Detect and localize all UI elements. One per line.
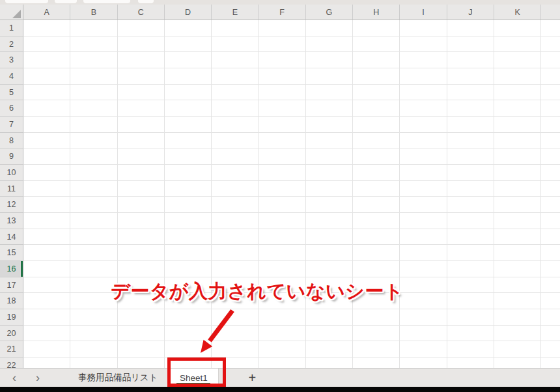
cell-A14[interactable] — [23, 229, 70, 245]
cell-B20[interactable] — [70, 326, 117, 342]
cell-F10[interactable] — [259, 165, 305, 181]
cell-partial-19[interactable] — [541, 309, 560, 326]
row-header-2[interactable]: 2 — [0, 36, 23, 53]
cell-H14[interactable] — [353, 229, 400, 245]
row-header-13[interactable]: 13 — [0, 213, 23, 229]
cell-I8[interactable] — [400, 133, 447, 149]
cell-A6[interactable] — [23, 100, 70, 117]
cell-F22[interactable] — [259, 357, 305, 368]
cell-E8[interactable] — [212, 133, 259, 149]
cell-partial-12[interactable] — [541, 197, 560, 213]
row-header-17[interactable]: 17 — [0, 277, 23, 294]
cell-A17[interactable] — [23, 277, 70, 294]
cell-D8[interactable] — [165, 133, 212, 149]
cell-A19[interactable] — [23, 309, 70, 326]
cell-C2[interactable] — [118, 36, 165, 53]
cell-K3[interactable] — [494, 52, 541, 68]
cell-I10[interactable] — [400, 165, 447, 181]
cell-D20[interactable] — [165, 326, 212, 342]
cell-E3[interactable] — [212, 52, 259, 68]
cell-E19[interactable] — [212, 309, 259, 326]
column-header-J[interactable]: J — [447, 5, 494, 20]
cell-D15[interactable] — [165, 245, 212, 261]
column-header-B[interactable]: B — [70, 5, 117, 20]
cell-F11[interactable] — [259, 181, 305, 197]
cell-D13[interactable] — [165, 213, 212, 229]
cell-D1[interactable] — [165, 20, 212, 36]
cell-partial-14[interactable] — [541, 229, 560, 245]
cell-A3[interactable] — [23, 52, 70, 68]
cell-F7[interactable] — [259, 117, 305, 133]
cell-I5[interactable] — [400, 85, 447, 101]
cell-F15[interactable] — [259, 245, 305, 261]
cell-B13[interactable] — [70, 213, 117, 229]
cell-K13[interactable] — [494, 213, 541, 229]
cell-C14[interactable] — [118, 229, 165, 245]
cell-K5[interactable] — [494, 85, 541, 101]
cell-H15[interactable] — [353, 245, 400, 261]
cell-D16[interactable] — [165, 261, 212, 277]
column-header-H[interactable]: H — [353, 5, 400, 20]
cell-C19[interactable] — [118, 309, 165, 326]
cell-I19[interactable] — [400, 309, 447, 326]
cell-J8[interactable] — [447, 133, 494, 149]
cell-F20[interactable] — [259, 326, 305, 342]
cell-G4[interactable] — [306, 68, 353, 85]
cell-J5[interactable] — [447, 85, 494, 101]
cell-A13[interactable] — [23, 213, 70, 229]
cell-E7[interactable] — [212, 117, 259, 133]
cell-K8[interactable] — [494, 133, 541, 149]
cell-J7[interactable] — [447, 117, 494, 133]
cell-G21[interactable] — [306, 341, 353, 357]
cell-F4[interactable] — [259, 68, 305, 85]
row-header-3[interactable]: 3 — [0, 52, 23, 68]
cell-C16[interactable] — [118, 261, 165, 277]
cell-A11[interactable] — [23, 181, 70, 197]
cell-F19[interactable] — [259, 309, 305, 326]
cell-G14[interactable] — [306, 229, 353, 245]
column-header-G[interactable]: G — [306, 5, 353, 20]
cell-H4[interactable] — [353, 68, 400, 85]
cell-partial-3[interactable] — [541, 52, 560, 68]
cell-E20[interactable] — [212, 326, 259, 342]
column-header-D[interactable]: D — [165, 5, 212, 20]
cell-K10[interactable] — [494, 165, 541, 181]
cell-partial-17[interactable] — [541, 277, 560, 294]
cell-F12[interactable] — [259, 197, 305, 213]
cell-I22[interactable] — [400, 357, 447, 368]
cell-B15[interactable] — [70, 245, 117, 261]
cell-J16[interactable] — [447, 261, 494, 277]
cell-I20[interactable] — [400, 326, 447, 342]
cell-G5[interactable] — [306, 85, 353, 101]
cell-E4[interactable] — [212, 68, 259, 85]
cell-partial-15[interactable] — [541, 245, 560, 261]
cell-J14[interactable] — [447, 229, 494, 245]
row-header-20[interactable]: 20 — [0, 326, 23, 342]
cell-H5[interactable] — [353, 85, 400, 101]
cell-I16[interactable] — [400, 261, 447, 277]
cell-D4[interactable] — [165, 68, 212, 85]
cell-D7[interactable] — [165, 117, 212, 133]
cell-D12[interactable] — [165, 197, 212, 213]
cell-H13[interactable] — [353, 213, 400, 229]
cell-H3[interactable] — [353, 52, 400, 68]
cell-J20[interactable] — [447, 326, 494, 342]
cell-I4[interactable] — [400, 68, 447, 85]
row-header-4[interactable]: 4 — [0, 68, 23, 85]
cell-I9[interactable] — [400, 148, 447, 165]
cell-C22[interactable] — [118, 357, 165, 368]
cell-I13[interactable] — [400, 213, 447, 229]
cell-B6[interactable] — [70, 100, 117, 117]
cell-I12[interactable] — [400, 197, 447, 213]
cell-E5[interactable] — [212, 85, 259, 101]
cell-J6[interactable] — [447, 100, 494, 117]
cell-C7[interactable] — [118, 117, 165, 133]
cell-C4[interactable] — [118, 68, 165, 85]
cell-K22[interactable] — [494, 357, 541, 368]
cell-E21[interactable] — [212, 341, 259, 357]
cell-C8[interactable] — [118, 133, 165, 149]
cell-G3[interactable] — [306, 52, 353, 68]
cell-H6[interactable] — [353, 100, 400, 117]
cell-E22[interactable] — [212, 357, 259, 368]
cell-A9[interactable] — [23, 148, 70, 165]
